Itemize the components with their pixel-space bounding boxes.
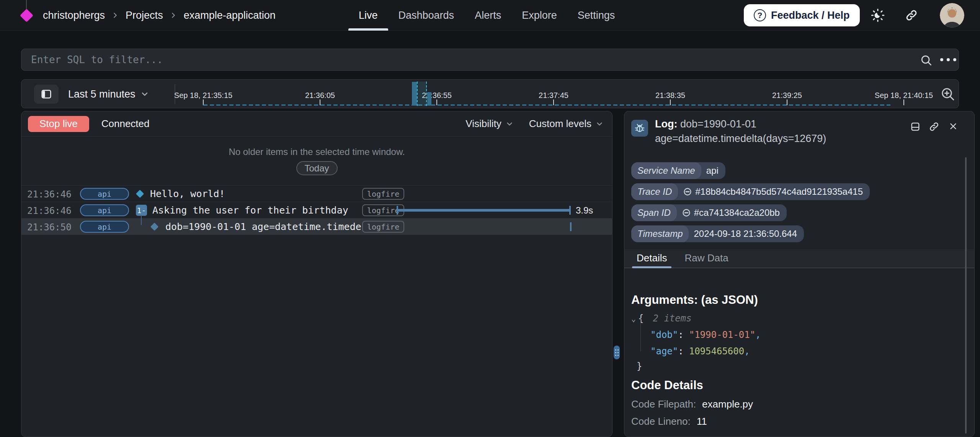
service-badge[interactable]: api: [80, 188, 129, 200]
help-circle-icon: ?: [754, 9, 766, 21]
timeline-tick-label: 21:36:05: [305, 91, 335, 100]
copy-link-icon[interactable]: [929, 121, 939, 132]
timeline-tick-label: 21:39:25: [772, 91, 802, 100]
breadcrumb-projects[interactable]: Projects: [126, 10, 163, 21]
log-timestamp: 21:36:46: [27, 205, 72, 216]
log-message: dob=1990-01-01 age=datetime.timede: [165, 221, 361, 232]
feedback-help-button[interactable]: ? Feedback / Help: [744, 4, 860, 26]
details-tabs: Details Raw Data: [624, 249, 974, 268]
nav-tabs: Live Dashboards Alerts Explore Settings: [348, 0, 625, 31]
timeline-tick-label: 21:37:45: [539, 91, 568, 100]
log-row-selected[interactable]: 21:36:50 api dob=1990-01-01 age=datetime…: [21, 218, 612, 235]
details-title: Log: dob=1990-01-01 age=datetime.timedel…: [655, 117, 906, 146]
breadcrumb-project[interactable]: example-application: [184, 10, 276, 21]
live-panel-header: Stop live Connected Visibility Custom le…: [21, 111, 612, 137]
tree-connector: [141, 215, 142, 225]
link-icon[interactable]: [683, 187, 692, 196]
debug-level-icon: [631, 120, 648, 137]
chevron-right-icon: [111, 11, 119, 20]
chevron-down-icon: [595, 120, 604, 128]
json-close-line: }: [631, 361, 642, 372]
service-badge[interactable]: api: [80, 204, 129, 216]
theme-toggle-icon[interactable]: [870, 7, 886, 23]
trace-id-badge: Trace ID #18b84cb4847b5d574c4ad9121935a4…: [631, 183, 870, 200]
tab-details[interactable]: Details: [632, 248, 671, 267]
chevron-down-icon: [505, 120, 514, 128]
code-details-heading: Code Details: [631, 378, 703, 392]
search-icon[interactable]: [920, 54, 932, 66]
logfire-logo-icon: [20, 9, 33, 22]
breadcrumb-org[interactable]: christophergs: [43, 10, 105, 21]
log-timestamp: 21:36:46: [27, 189, 72, 200]
timeline-tick-label: Sep 18, 21:35:15: [174, 91, 232, 100]
code-filepath-row: Code Filepath:example.py: [631, 398, 753, 410]
chevron-right-icon: [169, 11, 178, 20]
sql-filter-input[interactable]: [31, 49, 911, 70]
breadcrumb: christophergs Projects example-applicati…: [43, 0, 276, 31]
log-row[interactable]: 21:36:46 api Hello, world! logfire: [21, 185, 612, 202]
log-diamond-icon: [150, 223, 158, 231]
code-filepath-value: example.py: [702, 398, 753, 410]
timeline-tick-label: Sep 18, 21:40:15: [875, 91, 933, 100]
details-panel: Log: dob=1990-01-01 age=datetime.timedel…: [624, 111, 975, 437]
service-name-badge: Service Name api: [631, 162, 725, 179]
log-diamond-icon: [136, 190, 144, 198]
tab-alerts[interactable]: Alerts: [464, 0, 511, 31]
empty-window-message: No older items in the selected time wind…: [21, 147, 612, 157]
link-icon[interactable]: [682, 208, 691, 217]
code-lineno-value: 11: [697, 416, 707, 427]
logfire-tag[interactable]: logfire: [362, 221, 404, 233]
timeline-activity-bar: [412, 82, 417, 106]
logfire-tag[interactable]: logfire: [362, 188, 404, 200]
more-options-icon[interactable]: [940, 58, 956, 61]
timeline-baseline: [203, 104, 890, 106]
timeline-selection[interactable]: [417, 82, 427, 106]
sql-filter-bar: [21, 49, 959, 71]
tab-raw-data[interactable]: Raw Data: [680, 248, 733, 267]
timeline-track[interactable]: Sep 18, 21:35:15 21:36:05 21:36:55 21:37…: [21, 80, 959, 109]
split-panel-icon[interactable]: [910, 121, 921, 132]
timeline-bar: Last 5 minutes Sep 18, 21:35:15 21:36:05…: [21, 79, 959, 108]
top-nav: christophergs Projects example-applicati…: [0, 0, 980, 31]
collapse-toggle[interactable]: 1-: [136, 205, 147, 216]
log-message: Asking the user for their birthday: [152, 205, 348, 216]
tab-settings[interactable]: Settings: [567, 0, 626, 31]
span-duration-bar: [397, 209, 571, 212]
span-id-badge: Span ID #ca741384ca2a20bb: [631, 204, 787, 221]
tab-dashboards[interactable]: Dashboards: [388, 0, 465, 31]
connection-status: Connected: [101, 118, 150, 130]
log-row[interactable]: 21:36:46 api 1- Asking the user for thei…: [21, 202, 612, 218]
share-link-icon[interactable]: [905, 7, 918, 23]
panel-resize-handle[interactable]: [614, 346, 620, 359]
json-entry-age: "age":1095465600,: [631, 346, 750, 357]
arguments-heading: Arguments: (as JSON): [631, 293, 758, 307]
custom-levels-dropdown[interactable]: Custom levels: [529, 118, 604, 130]
log-message: Hello, world!: [150, 188, 225, 199]
live-view-panel: Stop live Connected Visibility Custom le…: [21, 111, 612, 437]
user-avatar[interactable]: [940, 3, 964, 28]
code-lineno-row: Code Lineno:11: [631, 416, 707, 427]
stop-live-button[interactable]: Stop live: [28, 116, 89, 132]
zoom-in-icon[interactable]: [940, 86, 956, 102]
timeline-tick: [903, 99, 904, 105]
collapse-caret-icon[interactable]: ⌄: [631, 314, 636, 323]
tab-live[interactable]: Live: [348, 0, 388, 31]
visibility-dropdown[interactable]: Visibility: [466, 118, 513, 130]
log-rows: 21:36:46 api Hello, world! logfire 21:36…: [21, 185, 612, 235]
today-button[interactable]: Today: [296, 161, 337, 175]
timestamp-badge: Timestamp 2024-09-18 21:36:50.644: [631, 225, 804, 242]
log-instant-tick: [570, 222, 572, 231]
timeline-activity-bar: [427, 92, 431, 106]
span-duration-label: 3.9s: [576, 205, 593, 216]
service-badge[interactable]: api: [80, 221, 129, 233]
close-icon[interactable]: [948, 121, 959, 132]
tab-explore[interactable]: Explore: [511, 0, 567, 31]
log-timestamp: 21:36:50: [27, 222, 72, 233]
json-entry-dob: "dob":"1990-01-01",: [631, 329, 761, 340]
scrollbar[interactable]: [965, 157, 967, 434]
timeline-tick-label: 21:38:35: [655, 91, 685, 100]
